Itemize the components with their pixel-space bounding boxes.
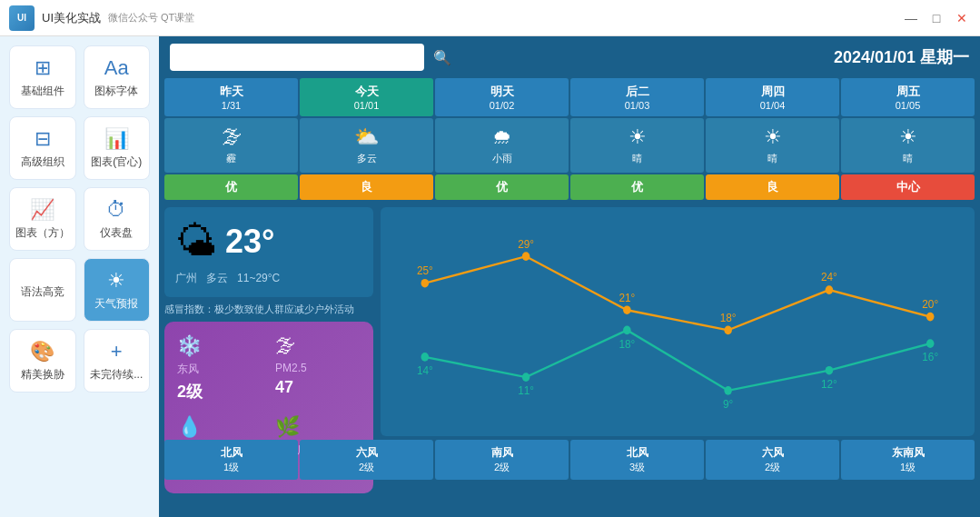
chart-svg: 25°29°21°18°24°20°14°11°18°9°12°16°	[386, 214, 969, 432]
app-subtitle: 微信公众号 QT课堂	[108, 11, 194, 25]
sidebar-item-syntax-challenge[interactable]: 语法高竞	[9, 258, 76, 322]
sidebar-label-font-icon: 图标字体	[94, 84, 138, 99]
weather-desc-0: 霾	[226, 152, 236, 165]
sidebar-item-chart-official[interactable]: 📊 图表(官心)	[84, 116, 151, 180]
high-dot-5	[926, 313, 935, 322]
low-dot-1	[522, 373, 530, 382]
weather-desc-3: 晴	[632, 152, 642, 165]
pm25-stat: 🌫 PM2.5 47	[275, 334, 361, 403]
wind-cell-0: 北风 1级	[164, 440, 298, 480]
day-name-3: 后二	[574, 84, 700, 100]
quality-cell-1: 良	[300, 174, 433, 200]
day-name-2: 明天	[439, 84, 565, 100]
wind-level-0: 1级	[168, 461, 294, 474]
day-date-4: 01/04	[709, 100, 836, 111]
sidebar-icon-basic-components: ⊞	[35, 56, 51, 80]
day-name-4: 周四	[709, 84, 836, 100]
day-date-2: 01/02	[439, 100, 565, 111]
low-dot-2	[623, 326, 631, 335]
pm25-label: PM2.5	[275, 362, 307, 374]
sidebar-item-chart-square[interactable]: 📈 图表（方）	[9, 187, 76, 251]
day-name-0: 昨天	[168, 84, 294, 100]
weather-left-panel: 🌤 23° 广州 多云 11~29°C 感冒指数：极少数致使人群应减少户外活动	[164, 207, 373, 436]
content-area: 🔍 2024/01/01 星期一 昨天 1/31今天 01/01明天 01/02…	[159, 36, 980, 517]
wind-value: 2级	[177, 381, 203, 403]
pm25-icon: 🌫	[275, 334, 295, 358]
search-button[interactable]: 🔍	[433, 49, 451, 66]
day-cell-3[interactable]: 后二 01/03	[570, 78, 704, 116]
window-controls: — □ ✕	[902, 0, 971, 35]
low-dot-0	[421, 353, 430, 362]
sidebar-item-basic-components[interactable]: ⊞ 基础组件	[9, 45, 76, 109]
humidity-icon: 💧	[177, 415, 202, 439]
wind-cell-2: 南风 2级	[435, 440, 569, 480]
close-button[interactable]: ✕	[953, 9, 971, 27]
weather-icon-3: ☀	[629, 125, 647, 149]
sun-cloud-icon: 🌤	[175, 218, 216, 265]
sidebar-item-font-icon[interactable]: Aa 图标字体	[84, 45, 151, 109]
weather-icon-cell-1: ⛅ 多云	[300, 118, 433, 173]
date-display: 2024/01/01 星期一	[834, 46, 969, 68]
weather-icon-cell-3: ☀ 晴	[570, 118, 704, 173]
sidebar-label-chart-official: 图表(官心)	[91, 154, 142, 170]
weather-icons-row: 🌫 霾⛅ 多云🌧 小雨☀ 晴☀ 晴☀ 晴	[159, 118, 980, 173]
maximize-button[interactable]: □	[927, 9, 945, 27]
sidebar-item-dashboard[interactable]: ⏱ 仪表盘	[84, 187, 151, 251]
sidebar-label-advanced-layout: 高级组织	[21, 154, 64, 170]
weather-icon-4: ☀	[764, 125, 782, 149]
high-dot-4	[826, 285, 834, 294]
wind-level-2: 2级	[439, 461, 565, 474]
weather-icon-0: 🌫	[222, 125, 242, 149]
low-dot-5	[926, 339, 935, 348]
sidebar-item-weather-forecast[interactable]: ☀ 天气预报	[84, 258, 151, 322]
day-date-5: 01/05	[845, 100, 971, 111]
wind-level-1: 2级	[303, 461, 430, 474]
high-label-5: 20°	[922, 297, 938, 311]
weather-desc-2: 小雨	[492, 152, 512, 165]
day-cell-0[interactable]: 昨天 1/31	[164, 78, 298, 116]
wind-level-4: 2级	[709, 461, 836, 474]
condition: 多云	[206, 272, 228, 284]
current-weather-card: 🌤 23° 广州 多云 11~29°C	[164, 207, 373, 297]
search-input[interactable]	[170, 44, 424, 71]
weather-desc-4: 晴	[767, 152, 777, 165]
low-label-3: 9°	[723, 397, 733, 411]
day-cell-1[interactable]: 今天 01/01	[300, 78, 433, 116]
weather-detail: 广州 多云 11~29°C	[175, 271, 362, 286]
low-label-1: 11°	[518, 384, 534, 398]
sidebar-label-fine-switch: 精美换胁	[21, 367, 64, 383]
quality-cell-2: 优	[435, 174, 569, 200]
low-label-0: 14°	[417, 364, 433, 378]
weather-icon-2: 🌧	[492, 125, 512, 149]
wind-level-3: 3级	[574, 461, 700, 474]
sidebar-icon-pending: +	[111, 340, 123, 363]
sidebar-item-pending[interactable]: + 未完待续...	[84, 329, 151, 393]
day-date-3: 01/03	[574, 100, 700, 111]
minimize-button[interactable]: —	[902, 9, 920, 27]
current-temperature: 23°	[225, 223, 274, 261]
temp-range: 11~29°C	[237, 272, 280, 284]
sidebar-item-advanced-layout[interactable]: ⊟ 高级组织	[9, 116, 76, 180]
wind-level-5: 1级	[845, 461, 971, 474]
sidebar-item-fine-switch[interactable]: 🎨 精美换胁	[9, 329, 76, 393]
weather-icon-5: ☀	[899, 125, 917, 149]
weather-icon-cell-5: ☀ 晴	[841, 118, 975, 173]
current-weather-top: 🌤 23°	[175, 218, 362, 265]
day-cell-5[interactable]: 周五 01/05	[841, 78, 975, 116]
sidebar-label-syntax-challenge: 语法高竞	[21, 284, 64, 300]
pm25-value: 47	[275, 378, 293, 397]
high-label-2: 21°	[619, 291, 635, 304]
day-cell-2[interactable]: 明天 01/02	[435, 78, 569, 116]
weather-icon-1: ⛅	[354, 125, 379, 149]
low-dot-3	[724, 386, 732, 395]
wind-dir-1: 六风	[303, 445, 430, 461]
sidebar: ⊞ 基础组件Aa 图标字体⊟ 高级组织📊 图表(官心)📈 图表（方）⏱ 仪表盘 …	[0, 36, 159, 517]
sidebar-icon-weather-forecast: ☀	[107, 269, 125, 293]
sidebar-label-basic-components: 基础组件	[21, 84, 64, 99]
high-temp-line	[425, 256, 930, 330]
sidebar-icon-dashboard: ⏱	[106, 198, 126, 222]
temperature-chart: 25°29°21°18°24°20°14°11°18°9°12°16°	[381, 207, 975, 436]
day-cell-4[interactable]: 周四 01/04	[706, 78, 839, 116]
day-name-5: 周五	[845, 84, 971, 100]
quality-cell-0: 优	[164, 174, 298, 200]
